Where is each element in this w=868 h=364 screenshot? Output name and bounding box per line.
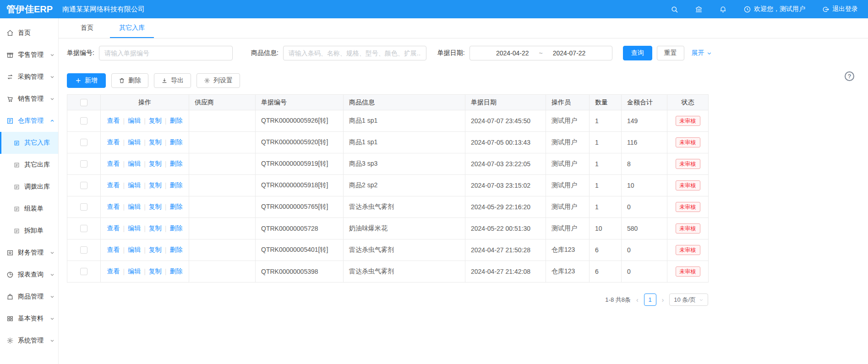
delete-link[interactable]: 删除 — [169, 246, 182, 254]
view-link[interactable]: 查看 — [107, 246, 120, 254]
row-checkbox[interactable] — [80, 268, 87, 275]
edit-link[interactable]: 编辑 — [128, 138, 141, 147]
next-page-button[interactable]: › — [661, 296, 665, 304]
sidebar-item-reports[interactable]: 报表查询 — [0, 264, 58, 286]
app-logo: 管伊佳ERP — [0, 3, 59, 16]
sidebar-item-transfer-outbound[interactable]: 调拨出库 — [0, 176, 58, 198]
clock-icon — [743, 5, 751, 13]
sidebar-item-assembly[interactable]: 组装单 — [0, 198, 58, 220]
page-size-select[interactable]: 10 条/页 — [669, 293, 708, 306]
bell-icon[interactable] — [719, 5, 727, 13]
view-link[interactable]: 查看 — [107, 117, 120, 125]
column-settings-button[interactable]: 列设置 — [197, 73, 240, 88]
sidebar-item-sales[interactable]: 销售管理 — [0, 88, 58, 110]
sidebar-item-finance[interactable]: 财务管理 — [0, 242, 58, 264]
delete-link[interactable]: 删除 — [169, 117, 182, 125]
filter-bar: 单据编号: 商品信息: 单据日期: 2024-04-22 ~ 2024-07-2… — [67, 46, 857, 60]
supplier-cell — [189, 218, 256, 239]
sidebar-item-other-inbound[interactable]: 其它入库 — [0, 132, 58, 154]
row-checkbox[interactable] — [80, 160, 87, 168]
edit-link[interactable]: 编辑 — [128, 224, 141, 233]
delete-link[interactable]: 删除 — [169, 267, 182, 276]
sidebar-item-home[interactable]: 首页 — [0, 22, 58, 44]
export-button[interactable]: 导出 — [154, 73, 191, 88]
sidebar-item-system[interactable]: 系统管理 — [0, 330, 58, 352]
delete-link[interactable]: 删除 — [169, 160, 182, 168]
row-checkbox[interactable] — [80, 225, 87, 232]
qty-cell: 1 — [590, 196, 622, 218]
copy-link[interactable]: 复制 — [149, 160, 162, 168]
bank-icon[interactable] — [695, 5, 703, 13]
view-link[interactable]: 查看 — [107, 224, 120, 233]
date-to[interactable]: 2024-07-22 — [553, 49, 586, 57]
row-checkbox[interactable] — [80, 203, 87, 211]
view-link[interactable]: 查看 — [107, 267, 120, 276]
sidebar-item-disassembly[interactable]: 拆卸单 — [0, 220, 58, 242]
sidebar-item-retail[interactable]: 零售管理 — [0, 44, 58, 66]
edit-link[interactable]: 编辑 — [128, 267, 141, 276]
view-link[interactable]: 查看 — [107, 160, 120, 168]
doc-icon — [13, 228, 20, 234]
copy-link[interactable]: 复制 — [149, 224, 162, 233]
user-welcome[interactable]: 欢迎您，测试用户 — [743, 5, 805, 13]
sidebar-item-goods[interactable]: 商品管理 — [0, 286, 58, 308]
add-button[interactable]: 新增 — [67, 73, 106, 88]
operator-cell: 测试用户 — [546, 218, 590, 239]
sidebar-item-base-data[interactable]: 基本资料 — [0, 308, 58, 330]
sidebar-item-other-outbound[interactable]: 其它出库 — [0, 154, 58, 176]
edit-link[interactable]: 编辑 — [128, 246, 141, 254]
table-header-row: 操作 供应商 单据编号 商品信息 单据日期 操作员 数量 金额合计 状态 — [67, 95, 709, 110]
sales-icon — [6, 95, 14, 103]
row-checkbox[interactable] — [80, 182, 87, 189]
row-checkbox[interactable] — [80, 246, 87, 254]
date-cell: 2024-07-03 23:15:02 — [465, 175, 546, 196]
copy-link[interactable]: 复制 — [149, 246, 162, 254]
doc-no-input[interactable] — [99, 46, 233, 60]
sidebar-item-warehouse[interactable]: 仓库管理 — [0, 110, 58, 132]
copy-link[interactable]: 复制 — [149, 117, 162, 125]
reset-button[interactable]: 重置 — [657, 46, 684, 60]
date-range-picker[interactable]: 2024-04-22 ~ 2024-07-22 — [469, 46, 612, 60]
view-link[interactable]: 查看 — [107, 181, 120, 190]
date-from[interactable]: 2024-04-22 — [496, 49, 529, 57]
delete-link[interactable]: 删除 — [169, 138, 182, 147]
delete-button[interactable]: 删除 — [111, 73, 148, 88]
prev-page-button[interactable]: ‹ — [635, 296, 639, 304]
logout-button[interactable]: 退出登录 — [822, 5, 858, 13]
delete-link[interactable]: 删除 — [169, 181, 182, 190]
page-number[interactable]: 1 — [644, 293, 656, 306]
tab-other-inbound[interactable]: 其它入库 — [110, 18, 154, 38]
doc-icon — [13, 140, 20, 147]
copy-link[interactable]: 复制 — [149, 267, 162, 276]
edit-link[interactable]: 编辑 — [128, 203, 141, 211]
search-button[interactable]: 查询 — [623, 46, 652, 60]
amount-cell: 116 — [622, 132, 667, 153]
help-icon[interactable]: ? — [845, 71, 854, 81]
view-link[interactable]: 查看 — [107, 138, 120, 147]
col-date: 单据日期 — [465, 95, 546, 110]
date-cell: 2024-05-29 22:16:20 — [465, 196, 546, 218]
edit-link[interactable]: 编辑 — [128, 160, 141, 168]
table-row: 查看| 编辑| 复制| 删除 QTRK00000005398 雷达杀虫气雾剂 2… — [67, 261, 709, 283]
select-all-checkbox[interactable] — [80, 99, 87, 106]
delete-link[interactable]: 删除 — [169, 224, 182, 233]
export-icon — [161, 77, 168, 84]
edit-link[interactable]: 编辑 — [128, 117, 141, 125]
row-checkbox[interactable] — [80, 139, 87, 146]
tab-home[interactable]: 首页 — [71, 18, 103, 38]
copy-link[interactable]: 复制 — [149, 138, 162, 147]
edit-link[interactable]: 编辑 — [128, 181, 141, 190]
row-checkbox[interactable] — [80, 117, 87, 125]
copy-link[interactable]: 复制 — [149, 203, 162, 211]
amount-cell: 0 — [622, 196, 667, 218]
expand-toggle[interactable]: 展开 — [692, 49, 712, 57]
sidebar-item-purchase[interactable]: 采购管理 — [0, 66, 58, 88]
search-icon[interactable] — [671, 5, 678, 13]
product-info-input[interactable] — [283, 46, 426, 60]
delete-link[interactable]: 删除 — [169, 203, 182, 211]
toolbar: 新增 删除 导出 列设置 — [67, 73, 857, 88]
copy-link[interactable]: 复制 — [149, 181, 162, 190]
view-link[interactable]: 查看 — [107, 203, 120, 211]
report-icon — [6, 271, 14, 278]
date-cell: 2024-07-07 23:45:50 — [465, 110, 546, 132]
